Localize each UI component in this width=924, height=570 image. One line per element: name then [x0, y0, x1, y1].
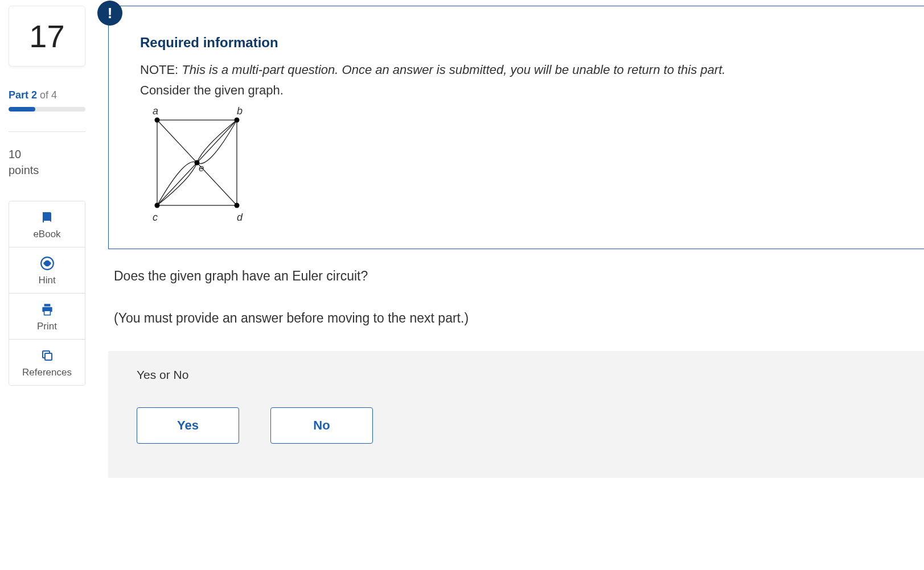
points-value: 10 [9, 146, 85, 162]
hint-button[interactable]: Hint [9, 247, 85, 294]
vertex-label-c: c [153, 212, 158, 223]
part-indicator: Part 2 of 4 [9, 89, 85, 101]
book-icon [39, 209, 55, 225]
divider [9, 131, 85, 132]
hint-label: Hint [38, 275, 55, 286]
no-button[interactable]: No [270, 407, 373, 444]
question-line-2: (You must provide an answer before movin… [114, 308, 924, 328]
ebook-label: eBook [33, 229, 60, 240]
points-block: 10 points [9, 146, 85, 178]
part-current: Part 2 [9, 89, 37, 101]
answer-panel: Yes or No Yes No [108, 351, 924, 478]
vertex-label-e: e [199, 163, 204, 174]
svg-point-3 [49, 263, 51, 265]
answer-prompt: Yes or No [137, 368, 896, 382]
svg-rect-7 [45, 353, 52, 360]
main-content: ! Required information NOTE: This is a m… [94, 6, 924, 570]
yes-button[interactable]: Yes [137, 407, 239, 444]
graph-figure: a b c d e [140, 104, 896, 226]
info-title: Required information [140, 35, 896, 51]
note-prefix: NOTE: [140, 63, 182, 77]
print-label: Print [37, 321, 57, 332]
references-label: References [22, 367, 72, 378]
svg-rect-4 [44, 304, 50, 306]
svg-point-13 [155, 203, 160, 208]
lifebuoy-icon [39, 255, 55, 271]
references-button[interactable]: References [9, 340, 85, 385]
svg-point-15 [195, 160, 200, 165]
svg-point-11 [155, 117, 160, 122]
alert-icon: ! [97, 1, 122, 26]
copy-icon [39, 348, 55, 364]
print-button[interactable]: Print [9, 294, 85, 340]
tool-list: eBook Hint Print References [9, 201, 85, 386]
svg-point-14 [235, 203, 240, 208]
svg-rect-6 [44, 311, 50, 315]
question-number-card: 17 [9, 6, 85, 67]
part-total: of 4 [37, 89, 57, 101]
points-label: points [9, 162, 85, 178]
svg-point-2 [44, 263, 46, 265]
vertex-label-b: b [237, 105, 243, 117]
note-italic: This is a multi-part question. Once an a… [182, 63, 725, 77]
consider-text: Consider the given graph. [140, 81, 896, 100]
required-info-box: ! Required information NOTE: This is a m… [108, 6, 924, 249]
svg-point-12 [235, 117, 240, 122]
question-line-1: Does the given graph have an Euler circu… [114, 266, 924, 286]
sidebar: 17 Part 2 of 4 10 points eBook [0, 6, 94, 570]
progress-bar [9, 107, 85, 111]
printer-icon [39, 301, 55, 317]
ebook-button[interactable]: eBook [9, 201, 85, 247]
progress-fill [9, 107, 35, 111]
question-number: 17 [9, 18, 85, 55]
info-note: NOTE: This is a multi-part question. Onc… [140, 61, 896, 79]
vertex-label-d: d [237, 212, 243, 223]
vertex-label-a: a [153, 105, 158, 117]
answer-buttons: Yes No [137, 407, 896, 444]
